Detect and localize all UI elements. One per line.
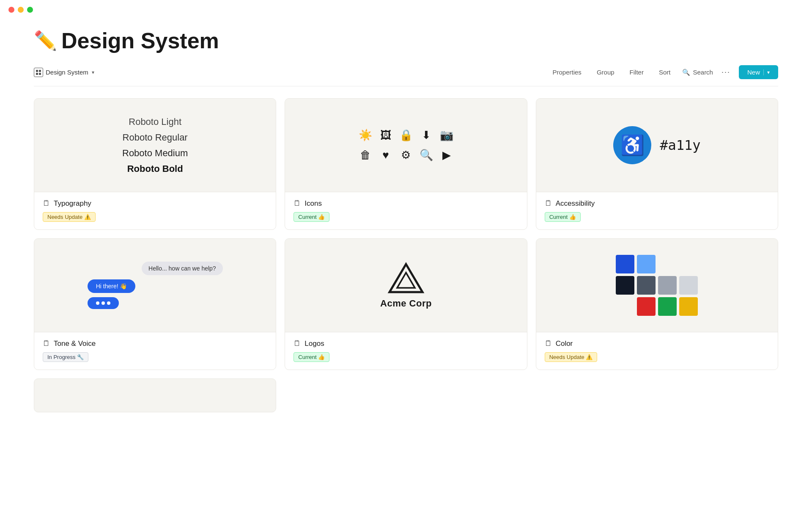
- ellipsis-icon: ···: [721, 68, 730, 76]
- typography-preview: Roboto Light Roboto Regular Roboto Mediu…: [122, 115, 188, 176]
- close-button[interactable]: [8, 7, 14, 13]
- chat-bubble-blue-text: Hi there! 👋: [96, 283, 127, 290]
- card-typography[interactable]: Roboto Light Roboto Regular Roboto Mediu…: [34, 98, 276, 230]
- card-tone-voice-preview: Hello... how can we help? Hi there! 👋: [34, 239, 276, 332]
- card-accessibility-preview: ♿ #a11y: [536, 99, 778, 192]
- status-badge[interactable]: Needs Update ⚠️: [43, 212, 96, 222]
- database-icon: [34, 68, 43, 77]
- page-icon: 🗒: [294, 339, 301, 348]
- card-logos-info: 🗒 Logos Current 👍: [285, 332, 527, 370]
- page-title-emoji: ✏️: [34, 30, 57, 52]
- search-icon: 🔍: [682, 69, 690, 76]
- dot-3: [107, 301, 110, 305]
- chat-typing-indicator: [88, 297, 119, 309]
- gear-icon: ⚙: [399, 149, 413, 162]
- card-title-row: 🗒 Color: [545, 339, 769, 348]
- group-button[interactable]: Group: [593, 67, 618, 77]
- card-color[interactable]: 🗒 Color Needs Update ⚠️: [536, 238, 778, 370]
- swatch-black: [616, 276, 634, 295]
- swatch-empty-3: [616, 297, 634, 316]
- card-color-preview: [536, 239, 778, 332]
- card-icons-info: 🗒 Icons Current 👍: [285, 192, 527, 229]
- status-badge[interactable]: Current 👍: [294, 352, 329, 362]
- logo-triangle-svg: [387, 262, 425, 295]
- page-icon: 🗒: [43, 339, 50, 348]
- card-logos[interactable]: Acme Corp 🗒 Logos Current 👍: [285, 238, 527, 370]
- card-accessibility-info: 🗒 Accessibility Current 👍: [536, 192, 778, 229]
- swatch-gray-light: [679, 276, 698, 295]
- card-title: Typography: [54, 199, 91, 208]
- status-badge[interactable]: In Progress 🔧: [43, 352, 88, 362]
- card-title: Color: [556, 340, 573, 348]
- maximize-button[interactable]: [27, 7, 33, 13]
- typo-light: Roboto Light: [129, 115, 181, 129]
- more-options-button[interactable]: ···: [721, 68, 730, 77]
- card-icons[interactable]: ☀️ 🖼 🔒 ⬇ 📷 🗑 ♥ ⚙ 🔍 ▶ 🗒 Icons Curren: [285, 98, 527, 230]
- color-swatches-grid: [616, 255, 698, 316]
- toolbar-left: Design System ▾: [34, 68, 94, 77]
- properties-button[interactable]: Properties: [549, 67, 585, 77]
- camera-icon: 📷: [440, 129, 453, 142]
- status-badge[interactable]: Current 👍: [294, 212, 329, 222]
- card-partial-1[interactable]: [34, 378, 276, 412]
- status-badge[interactable]: Current 👍: [545, 212, 581, 222]
- accessibility-preview: ♿ #a11y: [613, 126, 700, 164]
- sort-button[interactable]: Sort: [656, 67, 674, 77]
- new-button[interactable]: New ▾: [739, 65, 778, 79]
- typo-regular: Roboto Regular: [123, 130, 188, 144]
- page-content: ✏️ Design System Design System ▾ Propert…: [0, 19, 812, 429]
- typo-bold: Roboto Bold: [127, 162, 183, 176]
- card-tone-voice[interactable]: Hello... how can we help? Hi there! 👋 🗒 …: [34, 238, 276, 370]
- status-badge[interactable]: Needs Update ⚠️: [545, 352, 598, 362]
- swatch-blue-light: [637, 255, 656, 273]
- person-icon: ♿: [620, 134, 645, 157]
- a11y-label: #a11y: [660, 137, 700, 153]
- toolbar-right: Properties Group Filter Sort 🔍 Search ··…: [549, 65, 779, 79]
- search-label: Search: [693, 69, 713, 76]
- search-icon: 🔍: [420, 149, 433, 162]
- swatch-empty-1: [658, 255, 677, 273]
- play-icon: ▶: [440, 149, 453, 162]
- titlebar: [0, 0, 812, 19]
- card-title: Icons: [304, 199, 322, 208]
- search-button[interactable]: 🔍 Search: [682, 69, 713, 76]
- card-typography-preview: Roboto Light Roboto Regular Roboto Mediu…: [34, 99, 276, 192]
- lock-icon: 🔒: [399, 129, 413, 142]
- chat-bubble-gray: Hello... how can we help?: [142, 262, 223, 275]
- new-button-caret-icon[interactable]: ▾: [763, 69, 770, 75]
- card-title-row: 🗒 Tone & Voice: [43, 339, 267, 348]
- card-icons-preview: ☀️ 🖼 🔒 ⬇ 📷 🗑 ♥ ⚙ 🔍 ▶: [285, 99, 527, 192]
- logo-name: Acme Corp: [380, 298, 432, 309]
- card-title-row: 🗒 Logos: [294, 339, 518, 348]
- swatch-gray-dark: [637, 276, 656, 295]
- sun-icon: ☀️: [359, 129, 372, 142]
- card-title: Tone & Voice: [54, 340, 96, 348]
- toolbar: Design System ▾ Properties Group Filter …: [34, 65, 778, 86]
- card-tone-voice-info: 🗒 Tone & Voice In Progress 🔧: [34, 332, 276, 370]
- chat-bubble-blue: Hi there! 👋: [88, 279, 136, 293]
- page-icon: 🗒: [545, 199, 552, 208]
- card-title: Accessibility: [556, 199, 595, 208]
- swatch-yellow: [679, 297, 698, 316]
- page-icon: 🗒: [43, 199, 50, 208]
- card-accessibility[interactable]: ♿ #a11y 🗒 Accessibility Current 👍: [536, 98, 778, 230]
- card-color-info: 🗒 Color Needs Update ⚠️: [536, 332, 778, 370]
- page-icon: 🗒: [545, 339, 552, 348]
- dot-1: [96, 301, 99, 305]
- typo-medium: Roboto Medium: [122, 146, 188, 160]
- filter-button[interactable]: Filter: [626, 67, 647, 77]
- heart-icon: ♥: [379, 149, 392, 162]
- image-icon: 🖼: [379, 129, 392, 142]
- swatch-red: [637, 297, 656, 316]
- new-label: New: [747, 69, 760, 76]
- accessibility-circle: ♿: [613, 126, 651, 164]
- minimize-button[interactable]: [18, 7, 24, 13]
- trash-icon: 🗑: [359, 149, 372, 162]
- dot-2: [102, 301, 105, 305]
- page-icon: 🗒: [294, 199, 301, 208]
- cards-grid: Roboto Light Roboto Regular Roboto Mediu…: [34, 98, 778, 370]
- database-caret-icon[interactable]: ▾: [92, 69, 94, 75]
- database-name[interactable]: Design System: [46, 69, 88, 76]
- card-title-row: 🗒 Typography: [43, 199, 267, 208]
- swatch-empty-2: [679, 255, 698, 273]
